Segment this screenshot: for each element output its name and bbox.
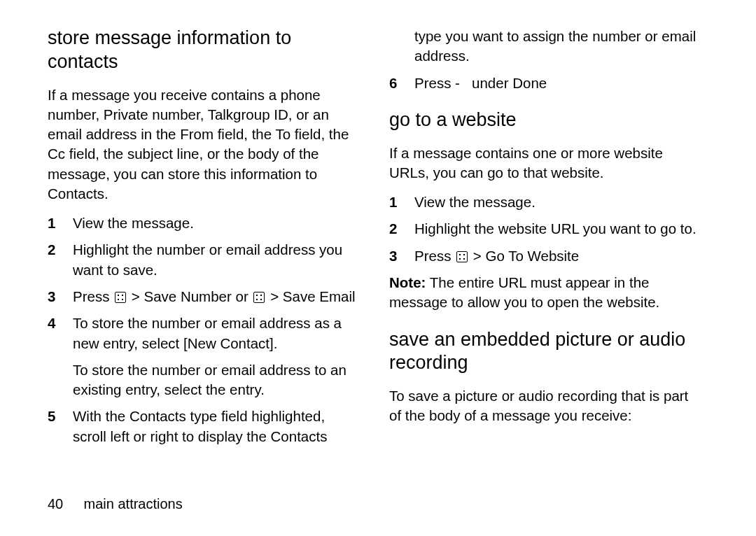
- step-text: Press - under Done: [414, 73, 700, 93]
- new-contact-label: [New Contact]: [183, 335, 274, 351]
- step-text: Press > Go To Website: [414, 246, 700, 266]
- dash-key: -: [455, 75, 460, 91]
- step-number: 1: [389, 192, 414, 212]
- press-label: Press: [73, 288, 113, 304]
- step-5: 5 With the Contacts type field highlight…: [48, 407, 358, 446]
- step-number: 3: [48, 287, 73, 306]
- sep: >: [266, 288, 282, 304]
- step-number: 3: [389, 246, 414, 266]
- text-b: .: [274, 335, 278, 351]
- step-text: Highlight the website URL you want to go…: [414, 219, 700, 239]
- intro-go-to-website: If a message contains one or more websit…: [389, 143, 700, 183]
- step-1: 1 View the message.: [48, 213, 358, 233]
- menu-icon: [115, 292, 126, 303]
- page-footer: 40 main attractions: [48, 496, 183, 512]
- step-number: 5: [48, 407, 73, 446]
- sep: >: [469, 248, 485, 264]
- heading-store-message: store message information to contacts: [48, 27, 358, 74]
- section-title: main attractions: [84, 496, 183, 512]
- step-number: 2: [48, 240, 73, 280]
- step-text: Highlight the number or email address yo…: [73, 240, 358, 280]
- note-text: The entire URL must appear in the messag…: [389, 274, 659, 310]
- step-text: With the Contacts type field highlighted…: [73, 407, 358, 446]
- heading-go-to-website: go to a website: [389, 108, 700, 132]
- steps-store-message: 1 View the message. 2 Highlight the numb…: [48, 213, 358, 446]
- menu-icon: [253, 292, 265, 303]
- step-1: 1 View the message.: [389, 192, 700, 212]
- step-number: 4: [48, 313, 73, 400]
- step-text: View the message.: [414, 192, 700, 212]
- page-number: 40: [48, 496, 80, 512]
- step-number: 1: [48, 213, 73, 233]
- step-text: type you want to assign the number or em…: [414, 27, 700, 66]
- option-save-email: Save Email: [283, 288, 356, 304]
- two-column-layout: store message information to contacts If…: [48, 27, 721, 453]
- left-column: store message information to contacts If…: [48, 27, 358, 453]
- heading-save-embedded: save an embedded picture or audio record…: [389, 328, 700, 376]
- step-text: Press > Save Number or > Save Email: [73, 287, 358, 306]
- press-label: Press: [414, 248, 455, 264]
- step-text: View the message.: [73, 213, 358, 233]
- option-save-number: Save Number: [144, 288, 231, 304]
- sep: >: [127, 288, 144, 304]
- steps-go-to-website: 1 View the message. 2 Highlight the webs…: [389, 192, 700, 266]
- step-subtext: To store the number or email address to …: [73, 360, 358, 400]
- steps-store-message-cont: type you want to assign the number or em…: [389, 27, 700, 93]
- note-go-to-website: Note: The entire URL must appear in the …: [389, 273, 700, 313]
- step-number-empty: [389, 27, 414, 66]
- step-number: 6: [389, 73, 414, 93]
- step-3: 3 Press > Save Number or > Save Email: [48, 287, 358, 306]
- done-label: Done: [512, 75, 547, 91]
- note-label: Note:: [389, 274, 426, 290]
- right-column: type you want to assign the number or em…: [389, 27, 700, 453]
- step-number: 2: [389, 219, 414, 239]
- intro-save-embedded: To save a picture or audio recording tha…: [389, 386, 700, 426]
- step-5-continued: type you want to assign the number or em…: [389, 27, 700, 66]
- step-2: 2 Highlight the number or email address …: [48, 240, 358, 280]
- step-4: 4 To store the number or email address a…: [48, 313, 358, 400]
- step-2: 2 Highlight the website URL you want to …: [389, 219, 700, 239]
- option-goto-website: Go To Website: [485, 248, 579, 264]
- press-label: Press: [414, 75, 455, 91]
- step-text: To store the number or email address as …: [73, 313, 358, 400]
- step-6: 6 Press - under Done: [389, 73, 700, 93]
- intro-store-message: If a message you receive contains a phon…: [48, 85, 358, 204]
- manual-page: store message information to contacts If…: [0, 0, 756, 536]
- step-3: 3 Press > Go To Website: [389, 246, 700, 266]
- menu-icon: [456, 251, 468, 262]
- or-label: or: [232, 288, 253, 304]
- under-label: under: [468, 75, 512, 91]
